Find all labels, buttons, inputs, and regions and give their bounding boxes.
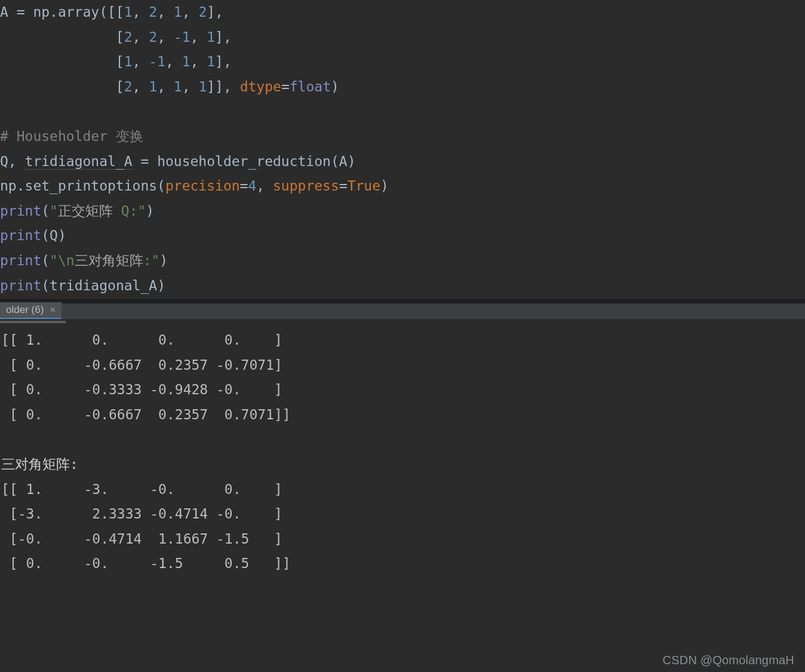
run-tab-label: older (6) [6,304,44,316]
run-tabbar: older (6) × [0,303,805,320]
code-content: A = np.array([[1, 2, 1, 2], [2, 2, -1, 1… [0,0,805,298]
run-tab[interactable]: older (6) × [0,302,62,319]
watermark: CSDN @QomolangmaH [663,653,794,667]
code-text: A = np.array([[ [0,4,124,20]
console-output[interactable]: [[ 1. 0. 0. 0. ] [ 0. -0.6667 0.2357 -0.… [0,323,805,576]
panel-splitter[interactable] [0,299,805,303]
console-text: [[ 1. 0. 0. 0. ] [ 0. -0.6667 0.2357 -0.… [1,328,805,576]
code-editor[interactable]: A = np.array([[1, 2, 1, 2], [2, 2, -1, 1… [0,0,805,299]
close-icon[interactable]: × [50,304,56,316]
